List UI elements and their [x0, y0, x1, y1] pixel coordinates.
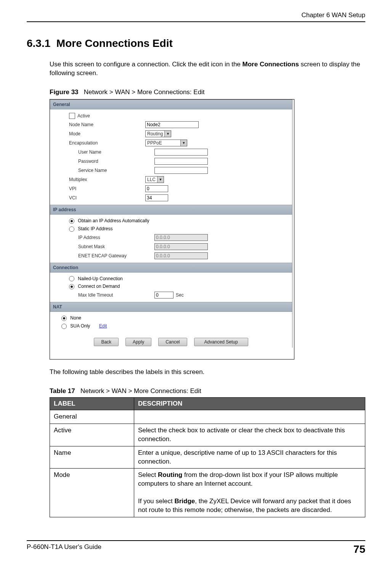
table-title: Network > WAN > More Connections: Edit [80, 387, 201, 395]
node-name-label: Node Name [69, 122, 145, 127]
max-idle-label: Max Idle Timeout [69, 292, 154, 298]
cell-label: Mode [50, 469, 134, 517]
ip-static-label: Static IP Address [78, 226, 112, 231]
text-bold: Routing [158, 471, 182, 478]
intro-paragraph: Use this screen to configure a connectio… [50, 60, 365, 78]
cell-label: Name [50, 446, 134, 469]
table-row: Active Select the check box to activate … [50, 424, 365, 446]
figure-title: Network > WAN > More Connections: Edit [84, 88, 205, 96]
node-name-input[interactable] [145, 121, 199, 128]
user-name-label: User Name [69, 149, 154, 155]
col-header-label: LABEL [50, 397, 134, 410]
screenshot-more-connections-edit: General Active Node Name Mode Routing ▼ [50, 99, 294, 360]
enet-gateway-label: ENET ENCAP Gateway [69, 253, 154, 258]
section-number: 6.3.1 [27, 37, 50, 49]
nailed-up-label: Nailed-Up Connection [78, 276, 122, 281]
cell-desc [134, 410, 365, 424]
section-bar-general: General [50, 100, 292, 109]
service-name-label: Service Name [69, 168, 154, 173]
ip-auto-radio[interactable] [69, 218, 74, 224]
section-heading: 6.3.1 More Connections Edit [27, 37, 365, 50]
chapter-header: Chapter 6 WAN Setup [27, 11, 365, 19]
description-table: LABEL DESCRIPTION General Active Select … [50, 397, 365, 517]
ip-address-label: IP Address [69, 235, 154, 240]
encap-value: PPPoE [146, 140, 164, 146]
nat-none-label: None [70, 315, 81, 321]
multiplex-label: Multiplex [69, 177, 145, 182]
footer-guide: P-660N-T1A User's Guide [27, 543, 101, 555]
chevron-down-icon: ▼ [164, 131, 171, 137]
page-number: 75 [353, 543, 365, 555]
table-row: General [50, 410, 365, 424]
after-figure-text: The following table describes the labels… [50, 368, 365, 377]
vpi-input[interactable] [145, 185, 168, 192]
table-row: Name Enter a unique, descriptive name of… [50, 446, 365, 469]
subnet-mask-label: Subnet Mask [69, 244, 154, 249]
password-label: Password [69, 159, 154, 164]
ip-static-radio[interactable] [69, 226, 74, 232]
nat-sua-radio[interactable] [61, 324, 67, 329]
figure-caption: Figure 33 Network > WAN > More Connectio… [50, 88, 365, 96]
multiplex-select[interactable]: LLC ▼ [145, 176, 164, 183]
table-caption: Table 17 Network > WAN > More Connection… [50, 387, 365, 395]
encap-select[interactable]: PPPoE ▼ [145, 140, 187, 146]
connect-on-demand-label: Connect on Demand [78, 284, 120, 289]
ip-address-input[interactable] [154, 234, 208, 241]
apply-button[interactable]: Apply [125, 338, 151, 346]
nat-sua-label: SUA Only [70, 323, 90, 329]
col-header-desc: DESCRIPTION [134, 397, 365, 410]
mode-select[interactable]: Routing ▼ [145, 130, 171, 137]
service-name-input[interactable] [154, 167, 208, 174]
intro-bold: More Connections [243, 61, 299, 68]
cell-label: General [50, 410, 134, 424]
connect-on-demand-radio[interactable] [69, 284, 74, 289]
encap-label: Encapsulation [69, 140, 145, 146]
table-row: Mode Select Routing from the drop-down l… [50, 469, 365, 517]
mode-value: Routing [146, 131, 164, 136]
mode-label: Mode [69, 131, 145, 136]
intro-pre: Use this screen to configure a connectio… [50, 61, 243, 68]
password-input[interactable] [154, 158, 208, 165]
nailed-up-radio[interactable] [69, 276, 74, 281]
active-checkbox[interactable] [69, 113, 75, 119]
chevron-down-icon: ▼ [157, 177, 164, 183]
button-row: Back Apply Cancel Advanced Setup [50, 332, 292, 348]
cell-desc: Select Routing from the drop-down list b… [134, 469, 365, 517]
header-rule [27, 21, 365, 22]
text: If you select [138, 498, 174, 505]
nat-none-radio[interactable] [61, 316, 67, 321]
cell-desc: Select the check box to activate or clea… [134, 424, 365, 446]
sec-suffix: Sec [176, 292, 184, 298]
cancel-button[interactable]: Cancel [158, 338, 187, 346]
cell-desc: Enter a unique, descriptive name of up t… [134, 446, 365, 469]
active-label: Active [77, 113, 90, 119]
vci-label: VCI [69, 195, 145, 201]
enet-gateway-input[interactable] [154, 252, 208, 259]
chevron-down-icon: ▼ [180, 140, 187, 146]
max-idle-input[interactable] [154, 292, 174, 299]
cell-label: Active [50, 424, 134, 446]
ip-auto-label: Obtain an IP Address Automatically [78, 218, 149, 223]
advanced-setup-button[interactable]: Advanced Setup [194, 338, 248, 346]
multiplex-value: LLC [146, 177, 157, 182]
back-button[interactable]: Back [94, 338, 119, 346]
section-bar-connection: Connection [50, 263, 292, 273]
figure-number: Figure 33 [50, 88, 79, 96]
page-footer: P-660N-T1A User's Guide 75 [27, 543, 365, 555]
section-title: More Connections Edit [56, 37, 173, 49]
vci-input[interactable] [145, 194, 168, 201]
user-name-input[interactable] [154, 149, 208, 156]
text-bold: Bridge [174, 498, 195, 505]
section-bar-nat: NAT [50, 302, 292, 312]
table-number: Table 17 [50, 387, 75, 395]
footer-rule [27, 540, 365, 541]
section-bar-ip: IP address [50, 205, 292, 215]
nat-edit-link[interactable]: Edit [99, 323, 107, 329]
text: Select [138, 471, 158, 478]
subnet-mask-input[interactable] [154, 243, 208, 250]
vpi-label: VPI [69, 186, 145, 191]
